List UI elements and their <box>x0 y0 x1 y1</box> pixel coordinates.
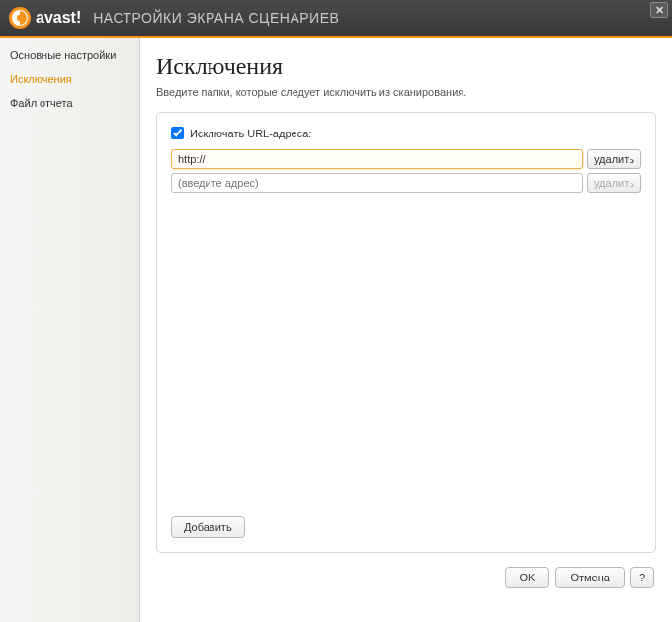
page-subtitle: Введите папки, которые следует исключить… <box>156 86 656 98</box>
page-title: Исключения <box>156 53 656 80</box>
delete-button[interactable]: удалить <box>587 149 641 169</box>
dialog-footer: OK Отмена ? <box>156 567 656 588</box>
titlebar: avast! НАСТРОЙКИ ЭКРАНА СЦЕНАРИЕВ ✕ <box>0 0 672 36</box>
url-list: удалить удалить <box>171 149 641 506</box>
help-button[interactable]: ? <box>630 567 654 588</box>
ok-button[interactable]: OK <box>505 567 550 588</box>
add-button[interactable]: Добавить <box>171 516 245 538</box>
exclude-url-row: Исключать URL-адреса: <box>171 127 641 139</box>
sidebar: Основные настройки Исключения Файл отчет… <box>0 38 140 622</box>
exclude-url-checkbox[interactable] <box>171 127 184 139</box>
app-name: avast! <box>36 9 81 27</box>
url-input[interactable] <box>171 149 583 169</box>
window-title: НАСТРОЙКИ ЭКРАНА СЦЕНАРИЕВ <box>93 10 339 26</box>
exclude-url-label: Исключать URL-адреса: <box>190 128 311 139</box>
sidebar-item-exclusions[interactable]: Исключения <box>0 67 139 91</box>
close-button[interactable]: ✕ <box>650 2 668 18</box>
sidebar-item-main-settings[interactable]: Основные настройки <box>0 44 139 67</box>
sidebar-item-report-file[interactable]: Файл отчета <box>0 91 139 115</box>
url-input[interactable] <box>171 173 583 193</box>
delete-button[interactable]: удалить <box>587 173 641 193</box>
url-row: удалить <box>171 173 641 193</box>
url-row: удалить <box>171 149 641 169</box>
exclusions-panel: Исключать URL-адреса: удалить удалить До… <box>156 112 656 553</box>
cancel-button[interactable]: Отмена <box>555 567 624 588</box>
svg-point-2 <box>17 15 23 21</box>
main-content: Исключения Введите папки, которые следуе… <box>140 38 672 622</box>
body: Основные настройки Исключения Файл отчет… <box>0 38 672 622</box>
avast-logo-icon <box>8 6 32 30</box>
